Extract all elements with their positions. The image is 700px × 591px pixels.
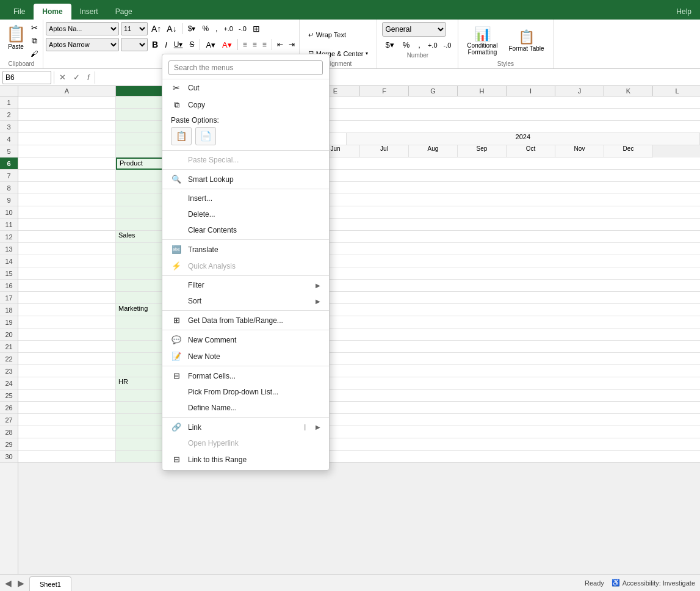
context-menu-copy[interactable]: ⧉ Copy xyxy=(162,96,329,114)
new-note-label: New Note xyxy=(188,352,220,361)
filter-label: Filter xyxy=(188,281,309,289)
paste-options-label: Paste Options: xyxy=(171,116,320,125)
quick-analysis-icon: ⚡ xyxy=(171,261,182,270)
paste-btn-1[interactable]: 📋 xyxy=(171,127,192,145)
format-cells-label: Format Cells... xyxy=(188,372,236,380)
context-menu-paste-special: Paste Special... xyxy=(162,152,329,168)
context-menu-sort[interactable]: Sort ▶ xyxy=(162,293,329,309)
context-menu-quick-analysis: ⚡ Quick Analysis xyxy=(162,258,329,274)
link-label: Link xyxy=(188,423,298,432)
context-menu-delete[interactable]: Delete... xyxy=(162,206,329,222)
context-menu-open-hyperlink: Open Hyperlink xyxy=(162,435,329,451)
open-hyperlink-label: Open Hyperlink xyxy=(188,439,239,448)
new-comment-label: New Comment xyxy=(188,336,236,344)
paste-options-buttons: 📋 📄 xyxy=(171,127,320,149)
paste-btn-2[interactable]: 📄 xyxy=(195,127,216,145)
link-icon: 🔗 xyxy=(171,422,182,432)
get-data-label: Get Data from Table/Range... xyxy=(188,316,283,325)
sort-label: Sort xyxy=(188,297,309,305)
context-menu-format-cells[interactable]: ⊟ Format Cells... xyxy=(162,368,329,384)
sort-arrow: ▶ xyxy=(316,298,320,305)
context-menu: ✂ Cut ⧉ Copy Paste Options: 📋 📄 xyxy=(162,54,330,471)
ctx-sep-1 xyxy=(162,150,329,151)
context-menu-cut[interactable]: ✂ Cut xyxy=(162,79,329,96)
translate-label: Translate xyxy=(188,245,218,254)
copy-icon: ⧉ xyxy=(171,100,182,110)
format-cells-icon: ⊟ xyxy=(171,371,182,380)
pick-dropdown-label: Pick From Drop-down List... xyxy=(188,388,278,396)
ctx-sep-5 xyxy=(162,275,329,276)
delete-label: Delete... xyxy=(188,210,215,219)
copy-label: Copy xyxy=(188,101,205,109)
link-arrow: ▶ xyxy=(316,424,320,430)
context-menu-overlay: ✂ Cut ⧉ Copy Paste Options: 📋 📄 xyxy=(0,0,700,591)
context-menu-search xyxy=(162,57,329,79)
context-menu-get-data[interactable]: ⊞ Get Data from Table/Range... xyxy=(162,312,329,328)
ctx-sep-3 xyxy=(162,189,329,189)
clear-label: Clear Contents xyxy=(188,226,237,234)
ctx-sep-7 xyxy=(162,330,329,330)
ctx-sep-4 xyxy=(162,239,329,240)
context-menu-new-comment[interactable]: 💬 New Comment xyxy=(162,332,329,348)
context-menu-smart-lookup[interactable]: 🔍 Smart Lookup xyxy=(162,171,329,187)
filter-arrow: ▶ xyxy=(316,282,320,289)
context-menu-search-input[interactable] xyxy=(168,60,323,75)
quick-analysis-label: Quick Analysis xyxy=(188,262,236,270)
paste-special-label: Paste Special... xyxy=(188,156,239,164)
translate-icon: 🔤 xyxy=(171,245,182,254)
link-range-label: Link to this Range xyxy=(188,455,247,464)
context-menu-translate[interactable]: 🔤 Translate xyxy=(162,241,329,258)
link-range-icon: ⊟ xyxy=(171,455,182,464)
cut-icon: ✂ xyxy=(171,83,182,93)
insert-label: Insert... xyxy=(188,194,212,203)
link-pipe: | xyxy=(304,424,306,430)
context-menu-insert[interactable]: Insert... xyxy=(162,190,329,206)
context-menu-new-note[interactable]: 📝 New Note xyxy=(162,348,329,364)
context-menu-clear-contents[interactable]: Clear Contents xyxy=(162,222,329,238)
context-menu-filter[interactable]: Filter ▶ xyxy=(162,277,329,293)
define-name-label: Define Name... xyxy=(188,404,237,412)
context-menu-define-name[interactable]: Define Name... xyxy=(162,400,329,416)
new-note-icon: 📝 xyxy=(171,352,182,361)
ctx-sep-2 xyxy=(162,169,329,170)
context-menu-paste-options-section: Paste Options: 📋 📄 xyxy=(162,114,329,149)
ctx-sep-6 xyxy=(162,310,329,311)
new-comment-icon: 💬 xyxy=(171,335,182,344)
ctx-sep-8 xyxy=(162,366,329,366)
ctx-sep-9 xyxy=(162,417,329,418)
smart-lookup-icon: 🔍 xyxy=(171,175,182,184)
context-menu-pick-dropdown[interactable]: Pick From Drop-down List... xyxy=(162,384,329,400)
app: File Home Insert Page Help 📋 Paste ✂ ⧉ 🖌… xyxy=(0,0,700,591)
context-menu-link-range[interactable]: ⊟ Link to this Range xyxy=(162,451,329,468)
get-data-icon: ⊞ xyxy=(171,316,182,325)
smart-lookup-label: Smart Lookup xyxy=(188,175,234,184)
cut-label: Cut xyxy=(188,84,200,92)
context-menu-link[interactable]: 🔗 Link | ▶ xyxy=(162,419,329,435)
